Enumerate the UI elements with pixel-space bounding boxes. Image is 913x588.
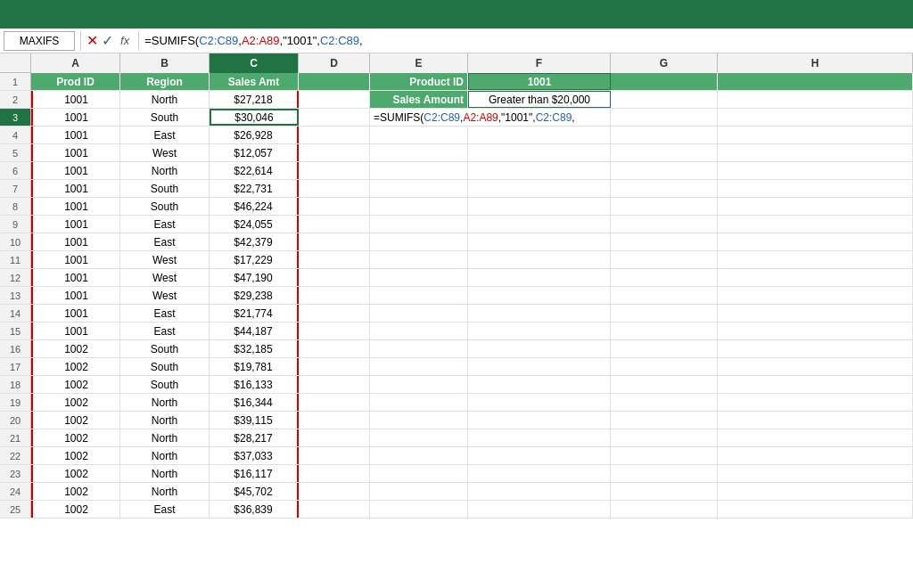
cell-d[interactable] — [299, 376, 370, 393]
cell-f[interactable] — [468, 269, 611, 286]
cell-c[interactable]: Sales Amt — [210, 73, 299, 90]
cell-a[interactable]: 1001 — [31, 269, 120, 286]
cell-a[interactable]: Prod ID — [31, 73, 120, 90]
confirm-button[interactable]: ✓ — [102, 32, 113, 49]
cell-a[interactable]: 1001 — [31, 305, 120, 322]
cell-c[interactable]: $37,033 — [210, 447, 299, 464]
col-header-e[interactable]: E — [370, 53, 468, 73]
cell-a[interactable]: 1001 — [31, 323, 120, 339]
cell-d[interactable] — [299, 198, 370, 215]
cell-a[interactable]: 1002 — [31, 447, 120, 464]
cell-e[interactable] — [370, 394, 468, 411]
cell-h[interactable] — [718, 91, 913, 108]
cell-b[interactable]: South — [120, 376, 210, 393]
cell-f[interactable] — [468, 394, 611, 411]
cell-d[interactable] — [299, 144, 370, 161]
cell-h[interactable] — [718, 465, 913, 482]
cell-b[interactable]: West — [120, 287, 210, 304]
cell-a[interactable]: 1002 — [31, 376, 120, 393]
cell-h[interactable] — [718, 269, 913, 286]
cell-d[interactable] — [299, 465, 370, 482]
cell-c[interactable]: $32,185 — [210, 340, 299, 357]
cell-e[interactable]: =SUMIFS(C2:C89,A2:A89,"1001",C2:C89, — [370, 109, 611, 126]
cell-b[interactable]: North — [120, 429, 210, 446]
cell-a[interactable]: 1001 — [31, 251, 120, 268]
cell-c[interactable]: $29,238 — [210, 287, 299, 304]
cell-g[interactable] — [611, 429, 718, 446]
cell-f[interactable] — [468, 144, 611, 161]
cell-e[interactable] — [370, 358, 468, 375]
cell-e[interactable] — [370, 483, 468, 500]
cell-b[interactable]: South — [120, 198, 210, 215]
cell-b[interactable]: West — [120, 251, 210, 268]
cell-g[interactable] — [611, 323, 718, 339]
cell-f[interactable] — [468, 287, 611, 304]
cell-f[interactable] — [468, 305, 611, 322]
cell-d[interactable] — [299, 287, 370, 304]
cell-b[interactable]: West — [120, 269, 210, 286]
cell-d[interactable] — [299, 251, 370, 268]
cell-h[interactable] — [718, 412, 913, 429]
cell-c[interactable]: $39,115 — [210, 412, 299, 429]
cell-h[interactable] — [718, 305, 913, 322]
name-box[interactable]: MAXIFS — [4, 31, 75, 51]
cell-d[interactable] — [299, 340, 370, 357]
cell-g[interactable] — [611, 412, 718, 429]
cell-e[interactable] — [370, 305, 468, 322]
cell-c[interactable]: $16,344 — [210, 394, 299, 411]
cell-d[interactable] — [299, 73, 370, 90]
cell-g[interactable] — [611, 305, 718, 322]
cell-b[interactable]: North — [120, 91, 210, 108]
cell-g[interactable] — [611, 358, 718, 375]
cell-a[interactable]: 1001 — [31, 162, 120, 179]
cell-b[interactable]: South — [120, 180, 210, 197]
col-header-f[interactable]: F — [468, 53, 611, 73]
cell-h[interactable] — [718, 340, 913, 357]
cell-h[interactable] — [718, 251, 913, 268]
cell-c[interactable]: $17,229 — [210, 251, 299, 268]
cell-d[interactable] — [299, 305, 370, 322]
cell-e[interactable] — [370, 180, 468, 197]
cell-g[interactable] — [611, 465, 718, 482]
cell-g[interactable] — [611, 144, 718, 161]
cell-d[interactable] — [299, 180, 370, 197]
cell-a[interactable]: 1001 — [31, 198, 120, 215]
cell-e[interactable]: Product ID — [370, 73, 468, 90]
cell-a[interactable]: 1001 — [31, 287, 120, 304]
cell-e[interactable] — [370, 233, 468, 250]
cell-b[interactable]: West — [120, 144, 210, 161]
cell-b[interactable]: South — [120, 109, 210, 126]
cell-d[interactable] — [299, 127, 370, 143]
cell-d[interactable] — [299, 323, 370, 339]
cell-g[interactable] — [611, 127, 718, 143]
cell-b[interactable]: South — [120, 340, 210, 357]
cell-f[interactable] — [468, 162, 611, 179]
cell-f[interactable] — [468, 323, 611, 339]
cell-d[interactable] — [299, 394, 370, 411]
cell-e[interactable] — [370, 465, 468, 482]
cell-h[interactable] — [718, 198, 913, 215]
cell-c[interactable]: $46,224 — [210, 198, 299, 215]
cell-h[interactable] — [718, 501, 913, 518]
cell-c[interactable]: $42,379 — [210, 233, 299, 250]
cell-b[interactable]: East — [120, 323, 210, 339]
cell-e[interactable] — [370, 376, 468, 393]
cell-b[interactable]: Region — [120, 73, 210, 90]
cell-a[interactable]: 1001 — [31, 233, 120, 250]
cell-c[interactable]: $47,190 — [210, 269, 299, 286]
cell-d[interactable] — [299, 109, 370, 126]
cell-b[interactable]: North — [120, 465, 210, 482]
cell-g[interactable] — [611, 269, 718, 286]
cell-c[interactable]: $30,046 — [210, 109, 299, 126]
cell-c[interactable]: $26,928 — [210, 127, 299, 143]
cell-b[interactable]: South — [120, 358, 210, 375]
cell-d[interactable] — [299, 233, 370, 250]
col-header-a[interactable]: A — [31, 53, 120, 73]
col-header-d[interactable]: D — [299, 53, 370, 73]
cell-b[interactable]: East — [120, 216, 210, 233]
cell-h[interactable] — [718, 233, 913, 250]
cell-h[interactable] — [718, 323, 913, 339]
cell-f[interactable] — [468, 429, 611, 446]
cell-a[interactable]: 1002 — [31, 483, 120, 500]
cell-g[interactable] — [611, 483, 718, 500]
